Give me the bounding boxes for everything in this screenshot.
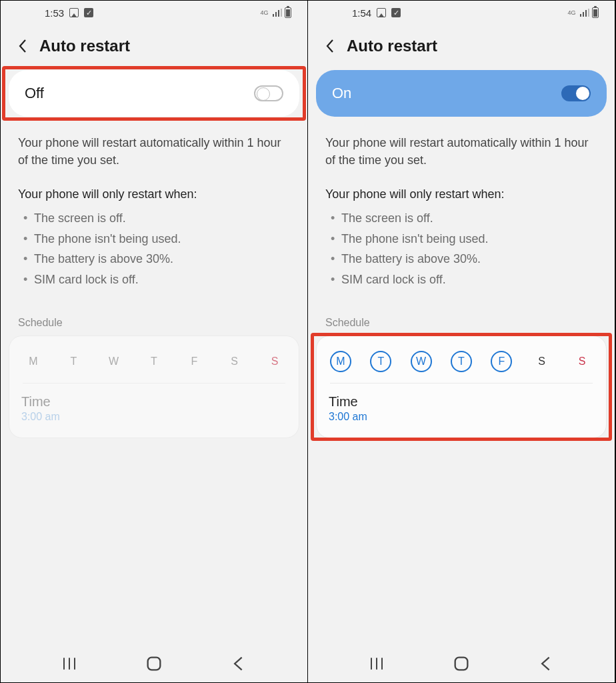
- page-title: Auto restart: [347, 37, 437, 55]
- toggle-label: On: [332, 85, 351, 102]
- separator: [23, 383, 285, 384]
- day-wed[interactable]: W: [411, 351, 432, 372]
- time-value: 3:00 am: [21, 411, 287, 423]
- conditions-list: The screen is off. The phone isn't being…: [18, 208, 290, 289]
- list-item: The battery is above 30%.: [325, 249, 597, 269]
- toggle-switch[interactable]: [254, 85, 283, 101]
- recents-button[interactable]: [367, 654, 386, 673]
- day-mon[interactable]: M: [23, 351, 44, 372]
- day-sat[interactable]: S: [224, 351, 245, 372]
- conditions-list: The screen is off. The phone isn't being…: [325, 208, 597, 289]
- nav-bar: [1, 645, 307, 682]
- day-sun[interactable]: S: [571, 351, 593, 372]
- schedule-heading: Schedule: [325, 317, 615, 329]
- conditions-title: Your phone will only restart when:: [18, 187, 290, 201]
- chevron-left-icon: [325, 39, 335, 53]
- signal-icon: [273, 9, 283, 17]
- app-header: Auto restart: [1, 25, 307, 70]
- nav-bar: [308, 645, 615, 682]
- toggle-switch[interactable]: [561, 85, 591, 101]
- day-selector: M T W T F S S: [21, 348, 287, 383]
- day-sun[interactable]: S: [264, 351, 285, 372]
- time-value: 3:00 am: [329, 411, 594, 423]
- day-thu[interactable]: T: [143, 351, 165, 372]
- day-thu[interactable]: T: [451, 351, 472, 372]
- time-row[interactable]: Time 3:00 am: [21, 394, 287, 423]
- day-mon[interactable]: M: [330, 351, 351, 372]
- phone-right: 1:54 ✓ 4G Auto restart On Your phone wil…: [308, 1, 615, 682]
- status-time: 1:54: [352, 7, 371, 19]
- conditions-title: Your phone will only restart when:: [325, 187, 597, 201]
- day-sat[interactable]: S: [531, 351, 553, 372]
- time-row[interactable]: Time 3:00 am: [329, 394, 594, 423]
- screenshot-icon: [377, 8, 386, 17]
- network-label: 4G: [260, 10, 268, 15]
- nav-back-button[interactable]: [537, 654, 555, 673]
- toggle-label: Off: [25, 85, 44, 102]
- list-item: The screen is off.: [18, 208, 290, 229]
- list-item: The screen is off.: [325, 208, 597, 229]
- separator: [330, 383, 593, 384]
- day-wed[interactable]: W: [103, 351, 125, 372]
- auto-restart-toggle-row[interactable]: Off: [9, 70, 299, 117]
- description-text: Your phone will restart automatically wi…: [325, 134, 597, 169]
- day-selector: M T W T F S S: [329, 348, 594, 383]
- day-tue[interactable]: T: [370, 351, 391, 372]
- back-button[interactable]: [15, 39, 30, 53]
- svg-rect-1: [455, 658, 468, 670]
- status-time: 1:53: [45, 7, 64, 19]
- check-icon: ✓: [391, 8, 401, 17]
- battery-icon: [285, 7, 291, 18]
- list-item: The battery is above 30%.: [18, 249, 290, 269]
- day-fri[interactable]: F: [491, 351, 512, 372]
- chevron-left-icon: [18, 39, 27, 53]
- list-item: The phone isn't being used.: [18, 229, 290, 249]
- time-label: Time: [21, 394, 287, 410]
- status-bar: 1:53 ✓ 4G: [1, 1, 307, 25]
- day-tue[interactable]: T: [63, 351, 84, 372]
- page-title: Auto restart: [39, 37, 130, 55]
- list-item: SIM card lock is off.: [325, 269, 597, 290]
- signal-icon: [580, 9, 590, 17]
- svg-rect-0: [148, 658, 161, 670]
- phone-left: 1:53 ✓ 4G Auto restart Off Your phone wi…: [1, 1, 308, 682]
- recents-button[interactable]: [60, 654, 79, 673]
- description-text: Your phone will restart automatically wi…: [18, 134, 290, 169]
- screenshot-icon: [69, 8, 79, 17]
- schedule-heading: Schedule: [18, 317, 307, 329]
- home-button[interactable]: [452, 654, 471, 673]
- time-label: Time: [329, 394, 594, 410]
- network-label: 4G: [567, 10, 575, 15]
- schedule-card: M T W T F S S Time 3:00 am: [9, 335, 299, 438]
- auto-restart-toggle-row[interactable]: On: [316, 70, 607, 117]
- battery-icon: [592, 7, 599, 18]
- list-item: The phone isn't being used.: [325, 229, 597, 249]
- check-icon: ✓: [84, 8, 93, 17]
- back-button[interactable]: [323, 39, 337, 53]
- day-fri[interactable]: F: [183, 351, 205, 372]
- schedule-card: M T W T F S S Time 3:00 am: [316, 335, 607, 438]
- home-button[interactable]: [145, 654, 163, 673]
- list-item: SIM card lock is off.: [18, 269, 290, 290]
- nav-back-button[interactable]: [229, 654, 248, 673]
- app-header: Auto restart: [308, 25, 615, 70]
- status-bar: 1:54 ✓ 4G: [308, 1, 615, 25]
